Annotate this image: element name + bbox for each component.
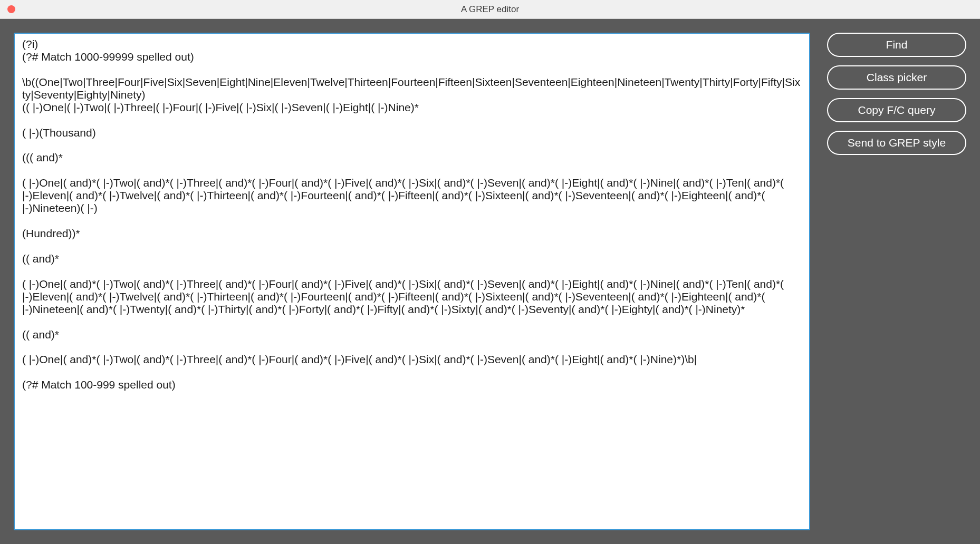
find-button[interactable]: Find xyxy=(827,33,966,57)
copy-fc-query-button[interactable]: Copy F/C query xyxy=(827,98,966,122)
grep-editor-textarea[interactable]: (?i) (?# Match 1000-99999 spelled out) \… xyxy=(22,38,802,525)
titlebar: A GREP editor xyxy=(0,0,980,19)
close-window-button[interactable] xyxy=(7,5,15,13)
main-container: (?i) (?# Match 1000-99999 spelled out) \… xyxy=(0,19,980,544)
sidebar: Find Class picker Copy F/C query Send to… xyxy=(827,33,966,530)
send-to-grep-style-button[interactable]: Send to GREP style xyxy=(827,131,966,155)
class-picker-button[interactable]: Class picker xyxy=(827,65,966,90)
traffic-lights xyxy=(0,5,15,13)
editor-panel: (?i) (?# Match 1000-99999 spelled out) \… xyxy=(14,33,810,530)
window-title: A GREP editor xyxy=(0,4,980,15)
